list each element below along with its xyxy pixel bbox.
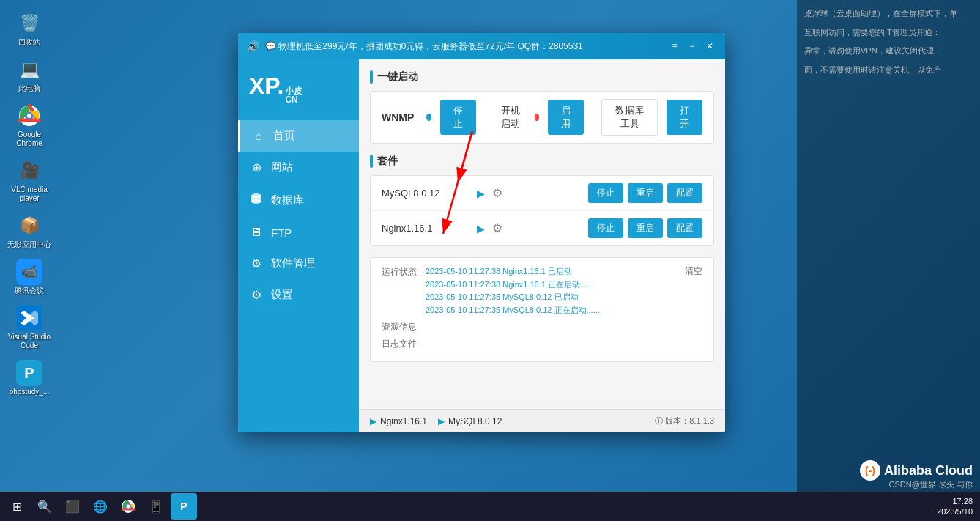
- mysql-status-item: ▶ MySQL8.0.12: [438, 416, 502, 426]
- services-label: 套件: [377, 155, 398, 168]
- alibaba-logo: (-) Alibaba Cloud: [860, 460, 973, 481]
- mysql-settings-icon[interactable]: ⚙: [492, 186, 502, 200]
- window-controls: ≡ − ✕: [668, 40, 716, 53]
- log-section: 运行状态 2023-05-10 11:27:38 Nginx1.16.1 已启动…: [370, 257, 714, 362]
- section-bar-indicator: [370, 70, 373, 84]
- services-bar-indicator: [370, 155, 373, 168]
- sidebar: XP. 小皮 CN ⌂ 首页 ⊕ 网站: [238, 59, 359, 432]
- nginx-service-name: Nginx1.16.1: [382, 223, 469, 234]
- log-file-row: 日志文件: [382, 337, 702, 350]
- nginx-config-button[interactable]: 配置: [667, 218, 702, 238]
- log-entries: 2023-05-10 11:27:38 Nginx1.16.1 已启动 2023…: [426, 265, 678, 317]
- sidebar-item-ftp[interactable]: 🖥 FTP: [238, 217, 359, 248]
- nginx-settings-icon[interactable]: ⚙: [492, 221, 502, 235]
- quick-start-title: 一键启动: [370, 70, 714, 84]
- csdn-credit: CSDN@世界 尽头 与你: [889, 479, 973, 490]
- log-entry-3: 2023-05-10 11:27:35 MySQL8.0.12 已启动: [426, 291, 678, 304]
- database-icon: [249, 192, 264, 208]
- sidebar-item-website[interactable]: ⊕ 网站: [238, 152, 359, 183]
- mysql-service-row: MySQL8.0.12 ▶ ⚙ 停止 重启 配置: [371, 176, 713, 211]
- website-icon: ⊕: [249, 160, 264, 174]
- file-entries: [426, 337, 702, 350]
- log-file-label: 日志文件: [382, 337, 418, 350]
- open-button[interactable]: 打开: [667, 100, 702, 135]
- phpstudy-icon[interactable]: P phpstudy_...: [4, 357, 55, 399]
- taskbar-clock: 17:28 2023/5/10: [937, 496, 973, 517]
- menu-button[interactable]: ≡: [668, 40, 681, 53]
- log-entry-2: 2023-05-10 11:27:38 Nginx1.16.1 正在启动....…: [426, 278, 678, 292]
- wnmp-label: WNMP: [382, 111, 414, 123]
- resource-label: 资源信息: [382, 320, 418, 333]
- sidebar-nav: ⌂ 首页 ⊕ 网站: [238, 120, 359, 432]
- tencent-meeting-icon[interactable]: 📹 腾讯会议: [4, 256, 55, 298]
- nginx-stop-button[interactable]: 停止: [588, 218, 623, 238]
- search-button[interactable]: 🔍: [31, 493, 58, 520]
- sidebar-item-software[interactable]: ⚙ 软件管理: [238, 248, 359, 279]
- startup-label: 开机启动: [501, 104, 526, 130]
- resource-entries: [426, 320, 702, 333]
- log-entry-1: 2023-05-10 11:27:38 Nginx1.16.1 已启动: [426, 265, 678, 278]
- clear-log-button[interactable]: 清空: [685, 265, 702, 278]
- wnmp-control-row: WNMP 停止 开机启动 启用 数据库工具 打开: [370, 91, 714, 144]
- nginx-status-label: Nginx1.16.1: [380, 416, 427, 426]
- version-text: 版本：8.1.1.3: [665, 416, 714, 425]
- chrome-taskbar-button[interactable]: [115, 493, 141, 520]
- logo-cn: 小皮 CN: [285, 86, 302, 107]
- minimize-button[interactable]: −: [686, 40, 699, 53]
- wnmp-status-dot: [426, 114, 431, 121]
- recycle-bin-icon[interactable]: 🗑️ 回收站: [4, 7, 55, 50]
- sidebar-logo: XP. 小皮 CN: [238, 59, 359, 120]
- desktop: 🗑️ 回收站 💻 此电脑 Google Chr: [0, 0, 980, 521]
- svg-point-3: [27, 114, 31, 118]
- version-info: ⓘ 版本：8.1.1.3: [655, 415, 714, 426]
- close-button[interactable]: ✕: [703, 40, 716, 53]
- services-section: MySQL8.0.12 ▶ ⚙ 停止 重启 配置: [370, 175, 714, 246]
- nginx-service-row: Nginx1.16.1 ▶ ⚙ 停止 重启 配置: [371, 211, 713, 245]
- nginx-restart-button[interactable]: 重启: [628, 218, 663, 238]
- logo-xp: XP.: [249, 73, 283, 100]
- main-content: 一键启动 WNMP 停止 开机启动 启用 数据库工具 打开: [359, 59, 725, 432]
- this-pc-icon[interactable]: 💻 此电脑: [4, 53, 55, 96]
- window-titlebar: 🔊 💬 物理机低至299元/年，拼团成功0元得，云服务器低至72元/年 QQ群：…: [238, 33, 725, 59]
- phpstudy-taskbar-button[interactable]: P: [171, 493, 197, 520]
- quick-start-label: 一键启动: [377, 70, 418, 84]
- mysql-restart-button[interactable]: 重启: [628, 183, 663, 203]
- svg-point-11: [127, 505, 130, 509]
- sidebar-item-home[interactable]: ⌂ 首页: [238, 120, 359, 152]
- mysql-status-label: MySQL8.0.12: [448, 416, 502, 426]
- log-status-label: 运行状态: [382, 265, 418, 317]
- mysql-stop-button[interactable]: 停止: [588, 183, 623, 203]
- mysql-controls: 停止 重启 配置: [588, 183, 702, 203]
- mysql-config-button[interactable]: 配置: [667, 183, 702, 203]
- nginx-controls: 停止 重启 配置: [588, 218, 702, 238]
- taskbar: ⊞ 🔍 ⬛ 🌐 📱 P 17:28 2023/5/10: [0, 492, 980, 521]
- log-entry-4: 2023-05-10 11:27:35 MySQL8.0.12 正在启动....…: [426, 304, 678, 317]
- startup-status-dot: [535, 114, 540, 121]
- nginx-play-icon[interactable]: ▶: [477, 223, 485, 234]
- ftp-icon: 🖥: [249, 226, 264, 239]
- software-icon: ⚙: [249, 256, 264, 270]
- db-tools-button[interactable]: 数据库工具: [601, 99, 658, 136]
- nginx-status-play-icon: ▶: [370, 416, 376, 426]
- vlc-icon[interactable]: 🎥 VLC media player: [4, 155, 55, 206]
- home-icon: ⌂: [251, 130, 266, 143]
- window-body: XP. 小皮 CN ⌂ 首页 ⊕ 网站: [238, 59, 725, 432]
- mysql-play-icon[interactable]: ▶: [477, 188, 485, 199]
- sidebar-item-database[interactable]: 数据库: [238, 183, 359, 217]
- title-notice-text: 💬 物理机低至299元/年，拼团成功0元得，云服务器低至72元/年 QQ群：28…: [265, 40, 662, 53]
- status-bar: ▶ Nginx1.16.1 ▶ MySQL8.0.12 ⓘ 版本：8.1.1.3: [359, 409, 725, 432]
- vscode-icon[interactable]: Visual Studio Code: [4, 302, 55, 353]
- desktop-icons: 🗑️ 回收站 💻 此电脑 Google Chr: [0, 0, 59, 492]
- services-wrapper: MySQL8.0.12 ▶ ⚙ 停止 重启 配置: [370, 175, 714, 246]
- task-view-button[interactable]: ⬛: [59, 493, 86, 520]
- wnmp-stop-button[interactable]: 停止: [440, 100, 476, 135]
- edge-taskbar-button[interactable]: 🌐: [87, 493, 114, 520]
- right-info-panel: 桌浮球（云桌面助理），在全屏模式下，单 互联网访问，需要您的IT管理员开通： 异…: [797, 0, 980, 492]
- apps-taskbar-button[interactable]: 📱: [143, 493, 169, 520]
- enable-button[interactable]: 启用: [548, 100, 584, 135]
- app-center-icon[interactable]: 📦 无影应用中心: [4, 210, 55, 252]
- chrome-icon[interactable]: Google Chrome: [4, 100, 55, 151]
- start-button[interactable]: ⊞: [4, 493, 30, 520]
- sidebar-item-settings[interactable]: ⚙ 设置: [238, 279, 359, 311]
- taskbar-right-area: 17:28 2023/5/10: [937, 496, 976, 517]
